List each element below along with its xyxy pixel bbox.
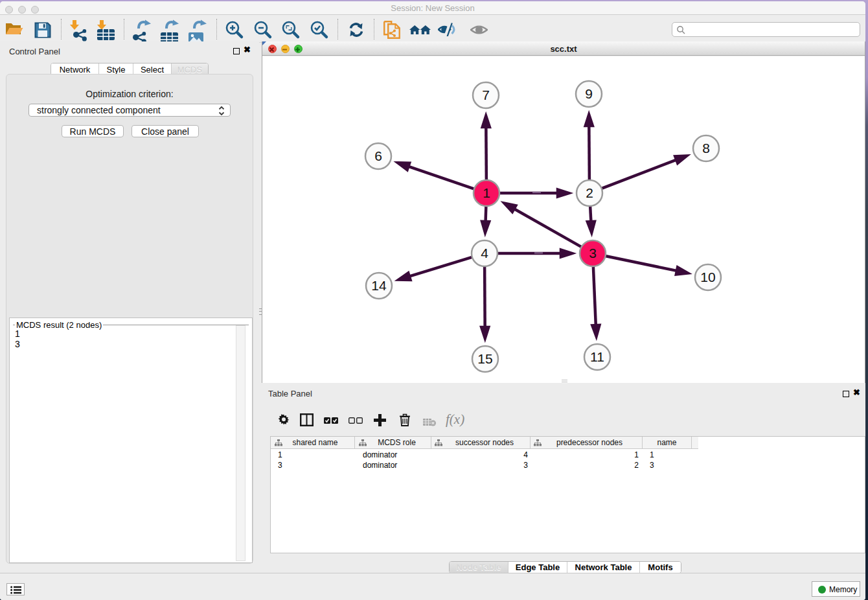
svg-text:9: 9 xyxy=(585,86,593,101)
svg-text:8: 8 xyxy=(702,141,710,156)
svg-text:6: 6 xyxy=(374,148,382,163)
svg-text:15: 15 xyxy=(477,351,492,366)
svg-text:11: 11 xyxy=(590,349,604,364)
svg-text:7: 7 xyxy=(482,87,490,102)
svg-text:3: 3 xyxy=(589,246,597,260)
svg-text:1: 1 xyxy=(483,185,490,200)
svg-text:2: 2 xyxy=(586,185,593,200)
svg-text:10: 10 xyxy=(700,270,715,284)
svg-text:14: 14 xyxy=(371,278,387,293)
svg-text:4: 4 xyxy=(481,246,488,260)
